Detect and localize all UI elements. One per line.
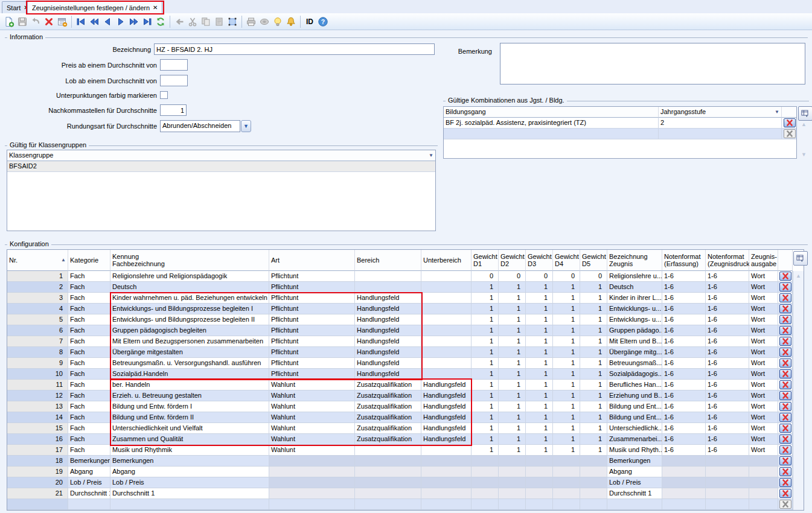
cell-bereich[interactable]: Handlungsfeld bbox=[355, 314, 421, 325]
cut-icon[interactable] bbox=[186, 15, 199, 28]
cell-nr[interactable]: 8 bbox=[7, 347, 68, 358]
lob-input[interactable] bbox=[160, 75, 188, 86]
cell-g1[interactable]: 1 bbox=[499, 390, 526, 401]
cell-art[interactable]: Wahlunt bbox=[269, 423, 355, 434]
config-row[interactable]: 1FachReligionslehre und Religionspädagog… bbox=[7, 271, 793, 282]
delete-row-button[interactable] bbox=[779, 456, 791, 465]
hint-bulb-icon[interactable] bbox=[271, 15, 284, 28]
cell-bez[interactable]: Abgang bbox=[607, 467, 662, 477]
header-bez[interactable]: Bezeichnung Zeugnis bbox=[607, 250, 662, 271]
delete-row-button[interactable] bbox=[779, 435, 791, 444]
cell-nfe[interactable]: 1-6 bbox=[662, 380, 706, 390]
cell-g3[interactable]: 1 bbox=[553, 412, 580, 423]
cell-g1[interactable]: 1 bbox=[499, 434, 526, 445]
cell-kennung[interactable]: Kinder wahrnehmen u. päd. Beziehungen en… bbox=[110, 293, 269, 304]
header-bereich[interactable]: Bereich bbox=[355, 250, 421, 271]
cell-nfd[interactable]: 1-6 bbox=[706, 423, 749, 434]
cell-g4[interactable]: 1 bbox=[580, 358, 607, 369]
delete-row-button[interactable] bbox=[779, 445, 791, 454]
config-row[interactable]: 11Fachber. HandelnWahluntZusatzqualifika… bbox=[7, 380, 793, 390]
cell-nr[interactable]: 3 bbox=[7, 293, 68, 304]
cell-nfd[interactable]: 1-6 bbox=[706, 369, 749, 380]
cell-g3[interactable]: 1 bbox=[553, 314, 580, 325]
cell-jahrgangsstufe[interactable]: 2 bbox=[659, 118, 782, 129]
unterpunktungen-checkbox[interactable] bbox=[160, 91, 168, 99]
cell-unterbereich[interactable] bbox=[421, 314, 472, 325]
cell-nfd[interactable]: 1-6 bbox=[706, 434, 749, 445]
cell-nfe[interactable]: 1-6 bbox=[662, 358, 706, 369]
cell-g4[interactable]: 1 bbox=[580, 336, 607, 347]
cell-nr[interactable]: 20 bbox=[7, 477, 68, 488]
delete-row-button[interactable] bbox=[779, 402, 791, 411]
cell-nfe[interactable]: 1-6 bbox=[662, 401, 706, 412]
cell-bereich[interactable] bbox=[355, 282, 421, 293]
cell-nfd[interactable]: 1-6 bbox=[706, 358, 749, 369]
cell-nr[interactable]: 11 bbox=[7, 380, 68, 390]
cell-g0[interactable]: 1 bbox=[472, 445, 499, 456]
nav-last-icon[interactable] bbox=[141, 15, 154, 28]
header-nr[interactable]: Nr.▲ bbox=[7, 250, 68, 271]
cell-nfd[interactable]: 1-6 bbox=[706, 412, 749, 423]
cell-art[interactable]: Pflichtunt bbox=[269, 347, 355, 358]
cell-art[interactable]: Wahlunt bbox=[269, 445, 355, 456]
cell-bereich[interactable] bbox=[355, 271, 421, 282]
cell-bez[interactable]: Religionslehre u... bbox=[607, 271, 662, 282]
cell-g1[interactable]: 1 bbox=[499, 423, 526, 434]
delete-row-button[interactable] bbox=[779, 337, 791, 346]
delete-record-icon[interactable] bbox=[42, 15, 56, 28]
cell-bereich[interactable]: Zusatzqualifikation bbox=[355, 401, 421, 412]
config-row[interactable]: 19AbgangAbgangAbgang bbox=[7, 467, 793, 477]
cell-g3[interactable]: 1 bbox=[553, 369, 580, 380]
cell-g2[interactable]: 1 bbox=[526, 358, 553, 369]
header-g4[interactable]: Gewicht D5 bbox=[580, 250, 607, 271]
cell-kennung[interactable]: Übergänge mitgestalten bbox=[110, 347, 269, 358]
cell-ausgabe[interactable]: Wort bbox=[749, 271, 778, 282]
tab-zeugnis-close-icon[interactable]: ✕ bbox=[153, 5, 158, 11]
cell-nr[interactable]: 10 bbox=[7, 369, 68, 380]
cell-art[interactable]: Pflichtunt bbox=[269, 314, 355, 325]
scroll-up-icon[interactable]: ▲ bbox=[793, 272, 804, 279]
cell-art[interactable]: Pflichtunt bbox=[269, 293, 355, 304]
cell-art[interactable]: Wahlunt bbox=[269, 390, 355, 401]
rundungsart-value[interactable]: Abrunden/Abschneiden bbox=[160, 120, 240, 132]
cell-g2[interactable]: 1 bbox=[526, 282, 553, 293]
cell-nfd[interactable]: 1-6 bbox=[706, 347, 749, 358]
cell-kategorie[interactable]: Fach bbox=[68, 369, 110, 380]
cell-kennung[interactable]: Durchschnitt 1 bbox=[110, 488, 269, 499]
cell-nr[interactable]: 14 bbox=[7, 412, 68, 423]
cell-g2[interactable]: 1 bbox=[526, 445, 553, 456]
kombination-row[interactable] bbox=[444, 129, 797, 139]
cell-g4[interactable]: 0 bbox=[580, 271, 607, 282]
cell-nfe[interactable]: 1-6 bbox=[662, 336, 706, 347]
cell-g3[interactable]: 1 bbox=[553, 434, 580, 445]
cell-g0[interactable]: 1 bbox=[472, 390, 499, 401]
cell-bez[interactable]: Übergänge mitg... bbox=[607, 347, 662, 358]
cell-unterbereich[interactable] bbox=[421, 445, 472, 456]
cell-kennung[interactable]: Sozialpäd.Handeln bbox=[110, 369, 269, 380]
cell-g0[interactable]: 1 bbox=[472, 380, 499, 390]
header-bildungsgang[interactable]: Bildungsgang bbox=[444, 107, 659, 118]
cell-g0[interactable]: 1 bbox=[472, 369, 499, 380]
delete-row-button[interactable] bbox=[779, 478, 791, 487]
cell-nr[interactable]: 6 bbox=[7, 325, 68, 336]
config-row[interactable]: 2FachDeutschPflichtunt11111Deutsch1-61-6… bbox=[7, 282, 793, 293]
cell-kennung[interactable]: Musik und Rhythmik bbox=[110, 445, 269, 456]
cell-kennung[interactable]: ber. Handeln bbox=[110, 380, 269, 390]
arrow-left-icon[interactable] bbox=[173, 15, 186, 28]
cell-g3[interactable]: 1 bbox=[553, 423, 580, 434]
cell-bez[interactable]: Bildung und Ent... bbox=[607, 401, 662, 412]
cell-g2[interactable]: 1 bbox=[526, 304, 553, 314]
cell-kennung[interactable]: Betreuungsmaßn. u. Versorgungshandl. aus… bbox=[110, 358, 269, 369]
cell-kennung[interactable]: Unterschiedlichkeit und Vielfalt bbox=[110, 423, 269, 434]
cell-unterbereich[interactable]: Handlungsfeld bbox=[421, 423, 472, 434]
nav-fast-back-icon[interactable] bbox=[88, 15, 101, 28]
cell-unterbereich[interactable]: Handlungsfeld bbox=[421, 401, 472, 412]
cell-art[interactable]: Pflichtunt bbox=[269, 271, 355, 282]
config-row[interactable] bbox=[7, 499, 793, 510]
undo-icon[interactable] bbox=[29, 15, 42, 28]
cell-g3[interactable]: 1 bbox=[553, 282, 580, 293]
cell-nfe[interactable]: 1-6 bbox=[662, 390, 706, 401]
cell-bez[interactable]: Mit Eltern und B... bbox=[607, 336, 662, 347]
cell-bereich[interactable]: Handlungsfeld bbox=[355, 358, 421, 369]
cell-bez[interactable]: Gruppen pädago... bbox=[607, 325, 662, 336]
